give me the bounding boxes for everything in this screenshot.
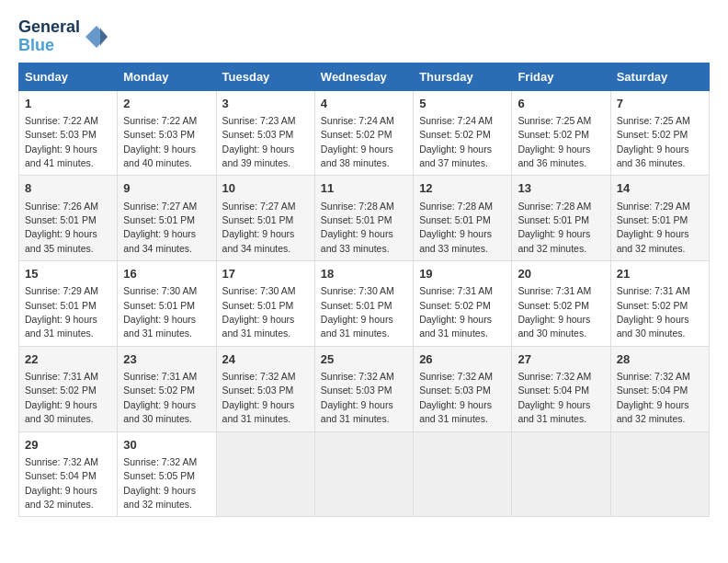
day-cell: 6 Sunrise: 7:25 AMSunset: 5:02 PMDayligh… [512, 90, 610, 176]
day-info: Sunrise: 7:27 AMSunset: 5:01 PMDaylight:… [222, 201, 296, 254]
day-info: Sunrise: 7:29 AMSunset: 5:01 PMDaylight:… [25, 285, 98, 339]
day-cell: 21 Sunrise: 7:31 AMSunset: 5:02 PMDaylig… [610, 261, 709, 347]
day-cell: 3 Sunrise: 7:23 AMSunset: 5:03 PMDayligh… [216, 90, 314, 176]
day-info: Sunrise: 7:22 AMSunset: 5:03 PMDaylight:… [123, 115, 197, 168]
day-info: Sunrise: 7:32 AMSunset: 5:04 PMDaylight:… [25, 456, 98, 510]
day-number: 1 [25, 96, 111, 112]
day-cell: 4 Sunrise: 7:24 AMSunset: 5:02 PMDayligh… [314, 90, 413, 176]
day-info: Sunrise: 7:32 AMSunset: 5:03 PMDaylight:… [419, 371, 493, 424]
day-info: Sunrise: 7:32 AMSunset: 5:04 PMDaylight:… [617, 371, 690, 424]
day-cell: 20 Sunrise: 7:31 AMSunset: 5:02 PMDaylig… [512, 261, 610, 347]
header-sunday: Sunday [19, 63, 118, 90]
day-number: 10 [222, 180, 309, 197]
day-number: 17 [222, 266, 309, 282]
day-info: Sunrise: 7:30 AMSunset: 5:01 PMDaylight:… [222, 285, 296, 339]
day-cell: 1 Sunrise: 7:22 AMSunset: 5:03 PMDayligh… [19, 90, 118, 176]
header-friday: Friday [512, 63, 610, 90]
week-row-1: 1 Sunrise: 7:22 AMSunset: 5:03 PMDayligh… [19, 90, 710, 176]
day-cell: 15 Sunrise: 7:29 AMSunset: 5:01 PMDaylig… [19, 261, 118, 347]
day-info: Sunrise: 7:31 AMSunset: 5:02 PMDaylight:… [123, 371, 197, 424]
day-number: 25 [321, 351, 407, 368]
day-info: Sunrise: 7:31 AMSunset: 5:02 PMDaylight:… [419, 285, 493, 339]
day-number: 15 [25, 266, 111, 282]
day-number: 19 [419, 266, 506, 282]
day-cell: 7 Sunrise: 7:25 AMSunset: 5:02 PMDayligh… [610, 90, 709, 176]
header-row: SundayMondayTuesdayWednesdayThursdayFrid… [19, 63, 710, 90]
day-info: Sunrise: 7:23 AMSunset: 5:03 PMDaylight:… [222, 115, 296, 168]
logo: GeneralBlue [18, 18, 109, 55]
day-cell: 19 Sunrise: 7:31 AMSunset: 5:02 PMDaylig… [414, 261, 512, 347]
calendar-header: SundayMondayTuesdayWednesdayThursdayFrid… [19, 63, 710, 90]
logo-icon [84, 24, 109, 50]
day-info: Sunrise: 7:32 AMSunset: 5:03 PMDaylight:… [222, 371, 296, 424]
day-cell [414, 431, 512, 517]
day-number: 5 [419, 96, 506, 112]
day-cell: 30 Sunrise: 7:32 AMSunset: 5:05 PMDaylig… [118, 431, 216, 517]
svg-marker-1 [100, 28, 108, 46]
day-number: 12 [419, 180, 506, 197]
day-cell: 12 Sunrise: 7:28 AMSunset: 5:01 PMDaylig… [414, 176, 512, 261]
day-cell: 25 Sunrise: 7:32 AMSunset: 5:03 PMDaylig… [314, 346, 413, 431]
day-cell: 18 Sunrise: 7:30 AMSunset: 5:01 PMDaylig… [314, 261, 413, 347]
day-info: Sunrise: 7:30 AMSunset: 5:01 PMDaylight:… [123, 285, 197, 339]
day-cell: 9 Sunrise: 7:27 AMSunset: 5:01 PMDayligh… [118, 176, 216, 261]
day-number: 23 [123, 351, 210, 368]
day-info: Sunrise: 7:25 AMSunset: 5:02 PMDaylight:… [518, 115, 591, 168]
day-info: Sunrise: 7:22 AMSunset: 5:03 PMDaylight:… [25, 115, 98, 168]
week-row-5: 29 Sunrise: 7:32 AMSunset: 5:04 PMDaylig… [19, 431, 710, 517]
day-cell: 10 Sunrise: 7:27 AMSunset: 5:01 PMDaylig… [216, 176, 314, 261]
day-info: Sunrise: 7:32 AMSunset: 5:05 PMDaylight:… [123, 456, 197, 510]
header-wednesday: Wednesday [314, 63, 413, 90]
day-cell: 5 Sunrise: 7:24 AMSunset: 5:02 PMDayligh… [414, 90, 512, 176]
day-number: 14 [617, 180, 703, 197]
day-info: Sunrise: 7:24 AMSunset: 5:02 PMDaylight:… [419, 115, 493, 168]
week-row-2: 8 Sunrise: 7:26 AMSunset: 5:01 PMDayligh… [19, 176, 710, 261]
day-cell: 23 Sunrise: 7:31 AMSunset: 5:02 PMDaylig… [118, 346, 216, 431]
day-cell: 16 Sunrise: 7:30 AMSunset: 5:01 PMDaylig… [118, 261, 216, 347]
day-cell: 14 Sunrise: 7:29 AMSunset: 5:01 PMDaylig… [610, 176, 709, 261]
day-number: 16 [123, 266, 210, 282]
day-info: Sunrise: 7:24 AMSunset: 5:02 PMDaylight:… [321, 115, 394, 168]
day-number: 18 [321, 266, 407, 282]
week-row-4: 22 Sunrise: 7:31 AMSunset: 5:02 PMDaylig… [19, 346, 710, 431]
day-cell: 24 Sunrise: 7:32 AMSunset: 5:03 PMDaylig… [216, 346, 314, 431]
calendar-table: SundayMondayTuesdayWednesdayThursdayFrid… [18, 63, 710, 518]
day-number: 30 [123, 437, 210, 454]
logo-text: GeneralBlue [18, 18, 80, 55]
day-info: Sunrise: 7:31 AMSunset: 5:02 PMDaylight:… [25, 371, 98, 424]
day-cell: 13 Sunrise: 7:28 AMSunset: 5:01 PMDaylig… [512, 176, 610, 261]
day-cell: 26 Sunrise: 7:32 AMSunset: 5:03 PMDaylig… [414, 346, 512, 431]
header-tuesday: Tuesday [216, 63, 314, 90]
page-header: GeneralBlue [18, 18, 710, 55]
day-number: 21 [617, 266, 703, 282]
day-info: Sunrise: 7:25 AMSunset: 5:02 PMDaylight:… [617, 115, 690, 168]
day-number: 9 [123, 180, 210, 197]
day-info: Sunrise: 7:28 AMSunset: 5:01 PMDaylight:… [419, 201, 493, 254]
day-cell [314, 431, 413, 517]
day-number: 22 [25, 351, 111, 368]
day-info: Sunrise: 7:28 AMSunset: 5:01 PMDaylight:… [321, 201, 394, 254]
week-row-3: 15 Sunrise: 7:29 AMSunset: 5:01 PMDaylig… [19, 261, 710, 347]
calendar-body: 1 Sunrise: 7:22 AMSunset: 5:03 PMDayligh… [19, 90, 710, 517]
day-cell: 17 Sunrise: 7:30 AMSunset: 5:01 PMDaylig… [216, 261, 314, 347]
day-info: Sunrise: 7:28 AMSunset: 5:01 PMDaylight:… [518, 201, 591, 254]
day-cell: 28 Sunrise: 7:32 AMSunset: 5:04 PMDaylig… [610, 346, 709, 431]
day-number: 4 [321, 96, 407, 112]
day-number: 29 [25, 437, 111, 454]
header-monday: Monday [118, 63, 216, 90]
day-number: 11 [321, 180, 407, 197]
day-info: Sunrise: 7:31 AMSunset: 5:02 PMDaylight:… [617, 285, 690, 339]
day-info: Sunrise: 7:26 AMSunset: 5:01 PMDaylight:… [25, 201, 98, 254]
day-info: Sunrise: 7:30 AMSunset: 5:01 PMDaylight:… [321, 285, 394, 339]
header-thursday: Thursday [414, 63, 512, 90]
day-number: 27 [518, 351, 604, 368]
day-cell [512, 431, 610, 517]
day-number: 26 [419, 351, 506, 368]
day-number: 3 [222, 96, 309, 112]
day-cell: 11 Sunrise: 7:28 AMSunset: 5:01 PMDaylig… [314, 176, 413, 261]
day-number: 24 [222, 351, 309, 368]
day-cell [610, 431, 709, 517]
day-number: 28 [617, 351, 703, 368]
day-cell [216, 431, 314, 517]
day-info: Sunrise: 7:31 AMSunset: 5:02 PMDaylight:… [518, 285, 591, 339]
